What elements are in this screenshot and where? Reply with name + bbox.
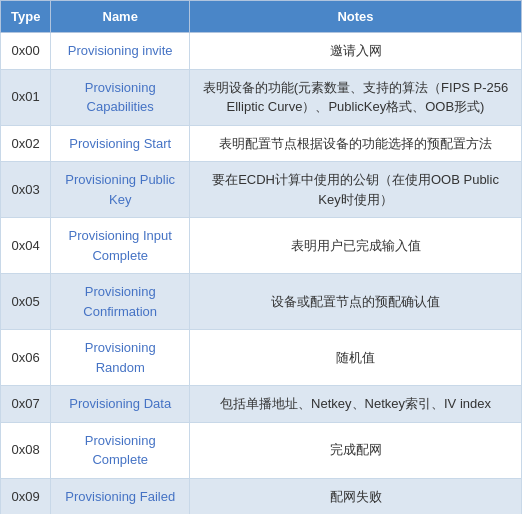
- cell-notes: 配网失败: [190, 478, 522, 514]
- table-row: 0x01Provisioning Capabilities表明设备的功能(元素数…: [1, 69, 522, 125]
- table-row: 0x09Provisioning Failed配网失败: [1, 478, 522, 514]
- table-row: 0x03Provisioning Public Key要在ECDH计算中使用的公…: [1, 162, 522, 218]
- cell-type: 0x09: [1, 478, 51, 514]
- cell-name: Provisioning Confirmation: [51, 274, 190, 330]
- cell-notes: 完成配网: [190, 422, 522, 478]
- table-header-row: Type Name Notes: [1, 1, 522, 33]
- cell-type: 0x03: [1, 162, 51, 218]
- cell-notes: 设备或配置节点的预配确认值: [190, 274, 522, 330]
- table-row: 0x08Provisioning Complete完成配网: [1, 422, 522, 478]
- table-row: 0x06Provisioning Random随机值: [1, 330, 522, 386]
- header-name: Name: [51, 1, 190, 33]
- cell-type: 0x05: [1, 274, 51, 330]
- cell-name: Provisioning Random: [51, 330, 190, 386]
- cell-notes: 邀请入网: [190, 33, 522, 70]
- cell-name: Provisioning Complete: [51, 422, 190, 478]
- table-row: 0x00Provisioning invite邀请入网: [1, 33, 522, 70]
- cell-name: Provisioning Failed: [51, 478, 190, 514]
- cell-notes: 表明设备的功能(元素数量、支持的算法（FIPS P-256 Elliptic C…: [190, 69, 522, 125]
- cell-notes: 表明配置节点根据设备的功能选择的预配置方法: [190, 125, 522, 162]
- table-row: 0x05Provisioning Confirmation设备或配置节点的预配确…: [1, 274, 522, 330]
- cell-notes: 表明用户已完成输入值: [190, 218, 522, 274]
- cell-type: 0x07: [1, 386, 51, 423]
- cell-type: 0x01: [1, 69, 51, 125]
- cell-type: 0x08: [1, 422, 51, 478]
- cell-type: 0x04: [1, 218, 51, 274]
- cell-notes: 包括单播地址、Netkey、Netkey索引、IV index: [190, 386, 522, 423]
- cell-type: 0x02: [1, 125, 51, 162]
- header-notes: Notes: [190, 1, 522, 33]
- cell-name: Provisioning Input Complete: [51, 218, 190, 274]
- cell-name: Provisioning invite: [51, 33, 190, 70]
- cell-name: Provisioning Start: [51, 125, 190, 162]
- table-row: 0x02Provisioning Start表明配置节点根据设备的功能选择的预配…: [1, 125, 522, 162]
- cell-notes: 要在ECDH计算中使用的公钥（在使用OOB Public Key时使用）: [190, 162, 522, 218]
- cell-name: Provisioning Data: [51, 386, 190, 423]
- cell-name: Provisioning Capabilities: [51, 69, 190, 125]
- header-type: Type: [1, 1, 51, 33]
- cell-type: 0x06: [1, 330, 51, 386]
- table-row: 0x04Provisioning Input Complete表明用户已完成输入…: [1, 218, 522, 274]
- provisioning-table: Type Name Notes 0x00Provisioning invite邀…: [0, 0, 522, 514]
- cell-notes: 随机值: [190, 330, 522, 386]
- table-row: 0x07Provisioning Data包括单播地址、Netkey、Netke…: [1, 386, 522, 423]
- cell-name: Provisioning Public Key: [51, 162, 190, 218]
- cell-type: 0x00: [1, 33, 51, 70]
